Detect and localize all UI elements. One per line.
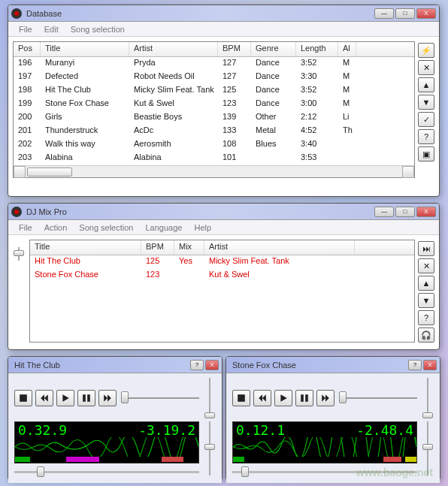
slider-thumb[interactable] <box>204 444 215 450</box>
action-button[interactable]: ⚡ <box>418 43 434 58</box>
volume-slider[interactable] <box>204 378 216 418</box>
waveform-display[interactable]: 0.12.1 -2.48.4 <box>232 421 417 463</box>
volume-slider[interactable] <box>422 378 434 418</box>
move-up-button[interactable]: ▲ <box>418 77 434 92</box>
table-row[interactable]: Stone Fox Chase123Kut & Swel <box>30 269 414 282</box>
table-row[interactable]: 201ThunderstruckAcDc133Metal4:52Th <box>14 125 414 138</box>
slider-thumb[interactable] <box>37 466 44 477</box>
slider-thumb[interactable] <box>14 250 24 256</box>
svg-rect-3 <box>238 394 245 402</box>
titlebar[interactable]: DJ Mix Pro — □ X <box>8 204 439 220</box>
col-length[interactable]: Length <box>296 42 338 56</box>
segment-bar <box>66 457 99 462</box>
col-genre[interactable]: Genre <box>251 42 296 56</box>
col-album[interactable]: Al <box>338 42 356 56</box>
move-down-button[interactable]: ▼ <box>418 95 434 110</box>
table-row[interactable]: Hit The Club125YesMicky Slim Feat. Tank <box>30 255 414 269</box>
cell-length: 3:00 <box>296 98 338 111</box>
titlebar[interactable]: Hit The Club ?X <box>8 357 222 373</box>
delete-button[interactable]: ✕ <box>418 60 434 75</box>
close-button[interactable]: X <box>205 360 219 370</box>
position-slider[interactable] <box>232 466 417 477</box>
col-artist[interactable]: Artist <box>204 240 355 255</box>
table-row[interactable]: 202Walk this wayAerosmith108Blues3:40 <box>14 138 414 152</box>
pitch-slider[interactable] <box>422 421 434 475</box>
menu-song-selection[interactable]: Song selection <box>65 23 131 35</box>
col-bpm[interactable]: BPM <box>141 240 174 255</box>
close-button[interactable]: X <box>416 207 436 217</box>
pause-button[interactable] <box>295 390 313 406</box>
menu-action[interactable]: Action <box>38 222 74 234</box>
pitch-slider[interactable] <box>204 421 216 475</box>
help-button[interactable]: ? <box>190 360 204 370</box>
cell-pos: 199 <box>14 98 41 111</box>
maximize-button[interactable]: □ <box>395 207 415 217</box>
headphone-button[interactable]: 🎧 <box>418 328 434 343</box>
crossfader-slider[interactable] <box>13 240 26 343</box>
player-title: Stone Fox Chase <box>229 361 408 370</box>
cell-al: M <box>338 84 356 98</box>
waveform-icon <box>233 437 416 457</box>
slider-thumb[interactable] <box>121 391 129 403</box>
col-artist[interactable]: Artist <box>129 42 218 56</box>
menu-file[interactable]: File <box>13 23 38 35</box>
next-button[interactable]: ⏭ <box>418 241 434 256</box>
close-button[interactable]: X <box>423 360 437 370</box>
col-title[interactable]: Title <box>41 42 129 56</box>
slider-thumb[interactable] <box>339 391 347 403</box>
delete-button[interactable]: ✕ <box>418 258 434 273</box>
scrollbar-thumb[interactable] <box>27 168 72 177</box>
rewind-button[interactable] <box>35 390 53 406</box>
position-slider[interactable] <box>14 466 199 477</box>
minimize-button[interactable]: — <box>374 207 394 217</box>
stop-button[interactable] <box>232 390 250 406</box>
slider-thumb[interactable] <box>241 466 249 477</box>
menu-edit[interactable]: Edit <box>38 23 65 35</box>
cell-genre: Dance <box>251 57 296 71</box>
forward-button[interactable] <box>316 390 334 406</box>
close-button[interactable]: X <box>416 8 436 19</box>
slider-thumb[interactable] <box>204 412 215 418</box>
pause-button[interactable] <box>77 390 95 406</box>
move-down-button[interactable]: ▼ <box>418 293 434 308</box>
select-button[interactable]: ▣ <box>418 146 434 161</box>
rewind-button[interactable] <box>253 390 271 406</box>
table-row[interactable]: 197DefectedRobot Needs Oil127Dance3:30M <box>14 71 414 84</box>
table-row[interactable]: 200GirlsBeastie Boys139Other2:12Li <box>14 111 414 125</box>
col-mix[interactable]: Mix <box>174 240 204 255</box>
menu-language[interactable]: Language <box>139 222 188 234</box>
menu-file[interactable]: File <box>13 222 38 234</box>
check-button[interactable]: ✓ <box>418 112 434 127</box>
cell-bpm: 127 <box>218 71 251 84</box>
col-pos[interactable]: Pos <box>14 42 41 56</box>
col-title[interactable]: Title <box>30 240 141 255</box>
table-row[interactable]: 203AlabinaAlabina1013:53 <box>14 152 414 165</box>
window-title: Database <box>26 9 374 18</box>
help-button[interactable]: ? <box>418 310 434 325</box>
horizontal-scrollbar[interactable] <box>14 165 414 177</box>
table-row[interactable]: 198Hit The ClubMicky Slim Feat. Tank125D… <box>14 84 414 98</box>
menu-help[interactable]: Help <box>188 222 217 234</box>
help-button[interactable]: ? <box>408 360 422 370</box>
cell-pos: 196 <box>14 57 41 71</box>
menu-song-selection[interactable]: Song selection <box>73 222 139 234</box>
table-row[interactable]: 196MuranyiPryda127Dance3:52M <box>14 57 414 71</box>
play-button[interactable] <box>56 390 74 406</box>
maximize-button[interactable]: □ <box>395 8 415 19</box>
stop-button[interactable] <box>14 390 32 406</box>
tempo-slider[interactable] <box>120 391 201 405</box>
help-button[interactable]: ? <box>418 129 434 144</box>
table-row[interactable]: 199Stone Fox ChaseKut & Swel123Dance3:00… <box>14 98 414 111</box>
cell-title: Stone Fox Chase <box>41 98 129 111</box>
slider-thumb[interactable] <box>422 412 433 418</box>
titlebar[interactable]: Stone Fox Chase ?X <box>226 357 440 373</box>
forward-button[interactable] <box>98 390 117 406</box>
tempo-slider[interactable] <box>338 391 419 405</box>
minimize-button[interactable]: — <box>374 8 394 19</box>
titlebar[interactable]: Database — □ X <box>8 5 439 22</box>
waveform-display[interactable]: 0.32.9 -3.19.2 <box>14 421 199 463</box>
col-bpm[interactable]: BPM <box>218 42 251 56</box>
move-up-button[interactable]: ▲ <box>418 276 434 291</box>
play-button[interactable] <box>274 390 292 406</box>
slider-thumb[interactable] <box>422 444 433 450</box>
